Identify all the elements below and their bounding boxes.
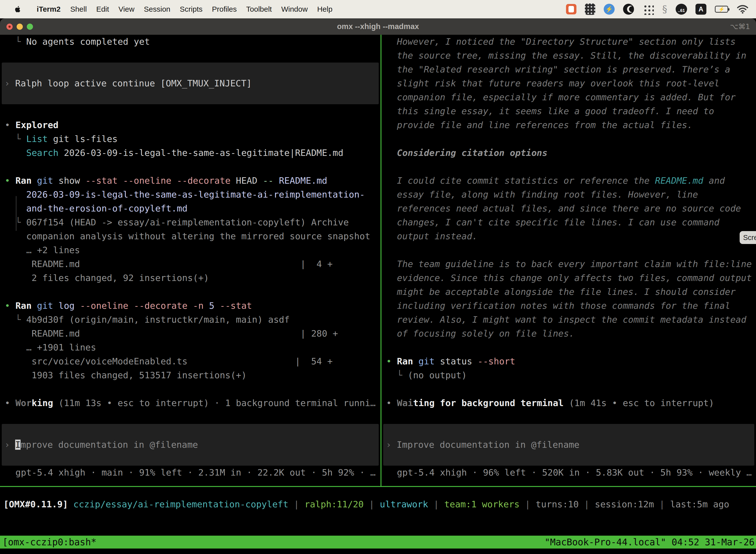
right-pane-output: However, I noticed the "Directory Struct… — [381, 35, 756, 480]
right-prompt-text: › Improve documentation in @filename — [383, 424, 754, 452]
menu-item-view[interactable]: View — [114, 5, 139, 13]
keypad-shield-icon[interactable] — [585, 3, 595, 15]
menu-status-icons: ⚡ § ..61 A ⚡ — [566, 3, 749, 15]
menu-item-window[interactable]: Window — [276, 5, 313, 13]
ralph-loop-text: › Ralph loop active continue [OMX_TMUX_I… — [2, 63, 379, 90]
menu-items: ShellEditViewSessionScriptsProfilesToolb… — [65, 5, 337, 13]
screen-recording-icon[interactable] — [566, 4, 576, 14]
menu-app-name[interactable]: iTerm2 — [32, 5, 65, 13]
window-titlebar[interactable]: omx --xhigh --madmax ⌥⌘1 — [0, 18, 756, 35]
tmux-session-label[interactable]: [omx-cczip0:bash* — [2, 537, 97, 548]
screen-share-overlay-button[interactable]: Scre — [740, 231, 756, 244]
blue-bolt-badge-icon[interactable]: ⚡ — [604, 4, 615, 15]
dots-grid-icon[interactable] — [642, 3, 654, 15]
menu-item-toolbelt[interactable]: Toolbelt — [242, 5, 276, 13]
ralph-loop-banner: › Ralph loop active continue [OMX_TMUX_I… — [2, 63, 379, 104]
timer-badge-icon[interactable]: ..61 — [676, 4, 687, 15]
menu-item-scripts[interactable]: Scripts — [175, 5, 207, 13]
menu-item-help[interactable]: Help — [313, 5, 337, 13]
omx-status-bar: [OMX#0.11.9] cczip/essay/ai-reimplementa… — [0, 497, 756, 511]
left-prompt-text: › Improve documentation in @filename — [2, 424, 379, 452]
tmux-host-clock: "MacBook-Pro-44.local" 04:52 31-Mar-26 — [545, 537, 755, 548]
menu-item-profiles[interactable]: Profiles — [207, 5, 241, 13]
macos-menu-bar: iTerm2 ShellEditViewSessionScriptsProfil… — [0, 0, 756, 18]
wifi-icon[interactable] — [737, 5, 749, 14]
left-prompt-input[interactable]: › Improve documentation in @filename — [2, 424, 379, 466]
right-terminal-pane[interactable]: However, I noticed the "Directory Struct… — [381, 35, 756, 486]
menu-item-session[interactable]: Session — [139, 5, 175, 13]
tmux-status-bar: [omx-cczip0:bash* "MacBook-Pro-44.local"… — [0, 536, 756, 549]
menu-item-shell[interactable]: Shell — [65, 5, 91, 13]
omx-status-text: [OMX#0.11.9] cczip/essay/ai-reimplementa… — [0, 497, 756, 511]
pane-bottom-border — [0, 486, 756, 487]
left-terminal-pane[interactable]: └ No agents completed yet • Explored └ L… — [0, 35, 380, 486]
terminal-panes: └ No agents completed yet • Explored └ L… — [0, 35, 756, 486]
iterm-window: omx --xhigh --madmax ⌥⌘1 └ No agents com… — [0, 18, 756, 554]
apple-logo-icon[interactable] — [13, 4, 23, 15]
right-prompt-input[interactable]: › Improve documentation in @filename — [383, 424, 754, 466]
section-squiggle-icon[interactable]: § — [662, 3, 667, 15]
window-title: omx --xhigh --madmax — [0, 22, 756, 31]
tool-call-tree-guide — [16, 196, 16, 231]
battery-charging-icon[interactable]: ⚡ — [715, 6, 728, 13]
input-source-a-icon[interactable]: A — [695, 4, 706, 15]
dark-crescent-icon[interactable] — [623, 4, 634, 15]
window-shortcut-badge: ⌥⌘1 — [730, 22, 750, 31]
menu-item-edit[interactable]: Edit — [91, 5, 114, 13]
